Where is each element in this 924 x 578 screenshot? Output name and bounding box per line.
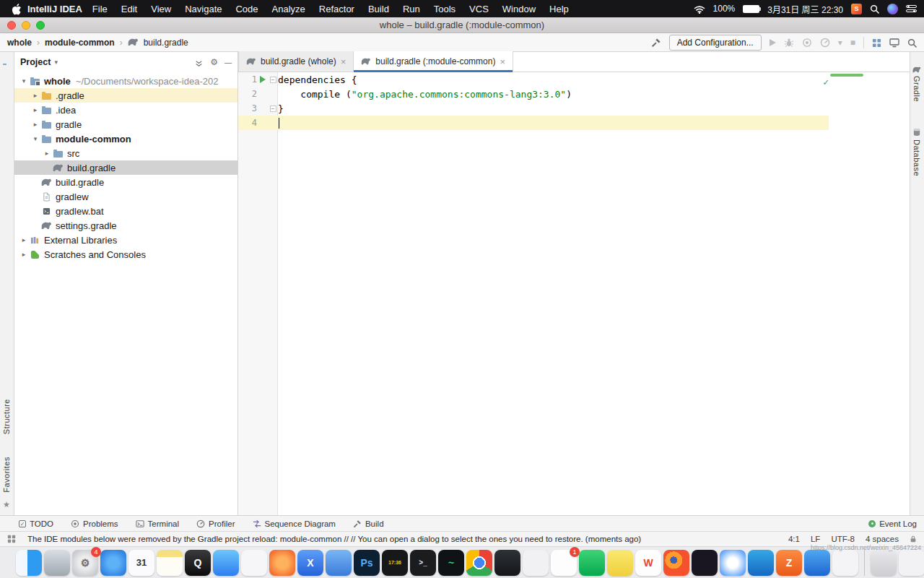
menu-item-tools[interactable]: Tools bbox=[434, 4, 456, 14]
chevron-down-icon[interactable]: ▾ bbox=[30, 135, 40, 142]
control-center-icon[interactable] bbox=[906, 5, 917, 12]
code-line-4-current[interactable]: 4 bbox=[238, 116, 910, 130]
dock-icon-qq[interactable]: Q bbox=[185, 550, 211, 576]
wifi-icon[interactable] bbox=[694, 4, 705, 14]
dock-icon-finder[interactable] bbox=[16, 550, 42, 576]
code-line-2[interactable]: 2 compile ("org.apache.commons:commons-l… bbox=[238, 87, 910, 101]
dock-icon-blue-app[interactable] bbox=[326, 550, 352, 576]
settings-gear-icon[interactable]: ⚙ bbox=[210, 57, 218, 67]
dock-icon-clock[interactable]: 1 bbox=[551, 550, 577, 576]
zoom-window-button[interactable] bbox=[36, 21, 45, 30]
chevron-down-icon[interactable]: ▾ bbox=[19, 77, 29, 85]
file-encoding[interactable]: UTF-8 bbox=[831, 535, 855, 543]
indent-setting[interactable]: 4 spaces bbox=[866, 535, 899, 543]
window-title-bar[interactable]: whole – build.gradle (:module-common) bbox=[0, 17, 924, 33]
dock-icon-downloads[interactable] bbox=[871, 550, 897, 576]
caret-position[interactable]: 4:1 bbox=[788, 535, 800, 543]
tree-item-scratches[interactable]: ▸ Scratches and Consoles bbox=[14, 247, 237, 262]
chevron-right-icon[interactable]: ▸ bbox=[30, 121, 40, 128]
tool-stripe-structure[interactable]: Structure bbox=[2, 399, 11, 434]
favorites-star-icon[interactable]: ★ bbox=[3, 500, 10, 509]
dock-icon-chrome[interactable] bbox=[466, 550, 492, 576]
search-everywhere-icon[interactable] bbox=[907, 37, 917, 47]
tree-item-gradlew[interactable]: gradlew bbox=[14, 189, 237, 204]
close-tab-icon[interactable]: × bbox=[341, 57, 346, 66]
menu-item-file[interactable]: File bbox=[92, 4, 108, 14]
dock-icon-qq-browser[interactable] bbox=[720, 550, 746, 576]
menu-item-analyze[interactable]: Analyze bbox=[272, 4, 305, 14]
project-view-chevron-icon[interactable]: ▾ bbox=[54, 59, 58, 66]
chevron-right-icon[interactable]: ▸ bbox=[19, 236, 29, 243]
chevron-right-icon[interactable]: ▸ bbox=[19, 251, 29, 258]
tree-item-settings-gradle[interactable]: settings.gradle bbox=[14, 218, 237, 233]
code-editor[interactable]: ✓ 1 − dependencies { 2 compile ("org.apa… bbox=[238, 72, 910, 515]
run-options-chevron-icon[interactable]: ▾ bbox=[838, 38, 842, 47]
tree-item-idea[interactable]: ▸ .idea bbox=[14, 103, 237, 117]
dock-icon-activity-monitor[interactable]: ~ bbox=[438, 550, 464, 576]
dock-icon-github[interactable] bbox=[692, 550, 718, 576]
tool-stripe-database[interactable]: Database bbox=[912, 128, 921, 176]
project-panel-title[interactable]: Project bbox=[20, 57, 51, 67]
fold-icon[interactable]: − bbox=[270, 77, 276, 83]
fold-icon[interactable]: − bbox=[270, 105, 276, 112]
status-message[interactable]: The IDE modules below were removed by th… bbox=[27, 535, 641, 543]
hide-panel-icon[interactable]: — bbox=[225, 59, 232, 66]
menu-item-build[interactable]: Build bbox=[368, 4, 389, 14]
tree-item-gradle-dir[interactable]: ▸ gradle bbox=[14, 117, 237, 131]
menu-item-window[interactable]: Window bbox=[502, 4, 536, 14]
dock-icon-stickies[interactable] bbox=[607, 550, 633, 576]
close-tab-icon[interactable]: × bbox=[500, 57, 505, 66]
dock-icon-dark-app[interactable] bbox=[494, 550, 520, 576]
tree-item-module-build-gradle[interactable]: build.gradle bbox=[14, 160, 237, 175]
tree-item-src[interactable]: ▸ src bbox=[14, 146, 237, 160]
code-line-1[interactable]: 1 − dependencies { bbox=[238, 72, 910, 87]
menu-item-refactor[interactable]: Refactor bbox=[319, 4, 354, 14]
dock-icon-messages[interactable] bbox=[213, 550, 239, 576]
dock-icon-photoshop[interactable]: Ps bbox=[354, 550, 380, 576]
dock-icon-safari[interactable] bbox=[100, 550, 126, 576]
app-menu-title[interactable]: IntelliJ IDEA bbox=[27, 4, 82, 14]
menu-item-help[interactable]: Help bbox=[549, 4, 569, 14]
menu-bar-clock[interactable]: 3月31日 周三 22:30 bbox=[767, 3, 843, 15]
line-separator[interactable]: LF bbox=[811, 535, 820, 543]
apple-menu-icon[interactable] bbox=[12, 3, 22, 14]
tool-button-sequence-diagram[interactable]: Sequence Diagram bbox=[253, 519, 336, 528]
tool-button-profiler[interactable]: Profiler bbox=[196, 519, 235, 528]
run-button[interactable] bbox=[770, 39, 776, 46]
menu-item-code[interactable]: Code bbox=[235, 4, 258, 14]
dock-icon-music-orange[interactable] bbox=[269, 550, 295, 576]
profiler-button[interactable] bbox=[820, 37, 830, 48]
dock-icon-launchpad[interactable] bbox=[44, 550, 70, 576]
tool-button-terminal[interactable]: Terminal bbox=[136, 519, 179, 528]
tool-button-problems[interactable]: Problems bbox=[71, 519, 118, 528]
tree-item-external-libraries[interactable]: ▸ External Libraries bbox=[14, 233, 237, 247]
battery-icon[interactable] bbox=[743, 5, 759, 13]
spotlight-icon[interactable] bbox=[870, 4, 879, 14]
siri-icon[interactable] bbox=[887, 4, 898, 14]
expand-collapse-icon[interactable] bbox=[194, 56, 204, 67]
tool-button-build[interactable]: Build bbox=[353, 519, 384, 528]
tree-item-gradle-cache[interactable]: ▸ .gradle bbox=[14, 88, 237, 103]
dock-icon-xcode-blue[interactable]: X bbox=[297, 550, 323, 576]
dock-icon-photos[interactable] bbox=[241, 550, 267, 576]
menu-item-view[interactable]: View bbox=[151, 4, 171, 14]
tab-build-gradle-module-common[interactable]: build.gradle (:module-common) × bbox=[354, 51, 513, 72]
tree-item-whole[interactable]: ▾ whole ~/Documents/workspace-idea-202 bbox=[14, 74, 237, 88]
breadcrumb-project[interactable]: whole bbox=[7, 38, 32, 48]
dock-icon-dropbox[interactable] bbox=[804, 550, 830, 576]
chevron-right-icon[interactable]: ▸ bbox=[30, 92, 40, 99]
chevron-right-icon[interactable]: ▸ bbox=[30, 106, 40, 113]
tree-item-gradlew-bat[interactable]: gradlew.bat bbox=[14, 204, 237, 218]
input-method-icon[interactable]: S bbox=[851, 4, 862, 14]
dock-icon-filezilla-orange[interactable]: Z bbox=[776, 550, 802, 576]
dock-icon-trash[interactable] bbox=[899, 550, 924, 576]
tab-build-gradle-whole[interactable]: build.gradle (whole) × bbox=[238, 51, 354, 72]
coverage-button[interactable] bbox=[802, 37, 812, 48]
breadcrumb-file[interactable]: build.gradle bbox=[144, 38, 188, 48]
tree-item-module-common[interactable]: ▾ module-common bbox=[14, 131, 237, 146]
services-grid-icon[interactable] bbox=[872, 37, 881, 47]
tool-stripe-favorites[interactable]: Favorites bbox=[2, 457, 11, 493]
run-gutter-icon[interactable] bbox=[260, 76, 266, 83]
tree-item-root-build-gradle[interactable]: build.gradle bbox=[14, 175, 237, 189]
dock-icon-firefox[interactable] bbox=[663, 550, 689, 576]
